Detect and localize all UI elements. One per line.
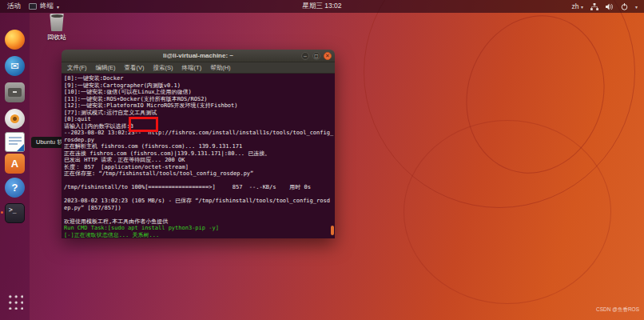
close-button[interactable]: ✕	[324, 52, 332, 60]
terminal-line: [8]:一键安装:Docker	[64, 75, 335, 82]
dock-item-help[interactable]: ?	[4, 177, 26, 198]
terminal-mini-icon	[29, 3, 37, 10]
ubuntu-software-icon: A	[5, 154, 25, 174]
terminal-output[interactable]: [8]:一键安装:Docker[9]:一键安装:Cartographer(内测版…	[62, 74, 335, 238]
terminal-menubar: 文件(F)编辑(E)查看(V)搜索(S)终端(T)帮助(H)	[62, 62, 335, 74]
help-icon: ?	[5, 178, 25, 198]
wallpaper-mascot-curve	[403, 120, 611, 304]
libreoffice-writer-icon	[5, 132, 25, 152]
terminal-line: 正在连接 fishros.com (fishros.com)|139.9.131…	[64, 150, 335, 158]
terminal-line	[64, 211, 335, 218]
top-bar: 活动 终端 ▾ 星期三 13:02 zh ▾ ▾	[0, 0, 644, 13]
menu-item-4[interactable]: 终端(T)	[182, 64, 202, 72]
activities-button[interactable]: 活动	[7, 2, 21, 11]
clock[interactable]: 星期三 13:02	[302, 0, 341, 13]
menu-item-5[interactable]: 帮助(H)	[210, 64, 230, 72]
terminal-line: 正在保存至: “/tmp/fishinstall/tools/tool_conf…	[64, 170, 335, 178]
dock-item-software-updater[interactable]	[4, 108, 26, 130]
terminal-line: 长度： 857 [application/octet-stream]	[64, 164, 335, 171]
focused-app-menu[interactable]: 终端 ▾	[29, 2, 59, 11]
input-method-indicator[interactable]: zh ▾	[572, 2, 583, 10]
menu-item-1[interactable]: 编辑(E)	[96, 64, 116, 72]
running-indicator-dot	[1, 211, 3, 214]
focused-app-name: 终端	[40, 2, 54, 11]
trash-icon	[50, 14, 65, 31]
terminal-scrollbar-thumb[interactable]	[331, 226, 334, 235]
watermark: CSDN @鱼香ROS	[596, 306, 639, 314]
terminal-line: [11]:一键安装:ROS+Docker(支持所有版本ROS/ROS2)	[64, 96, 335, 103]
dock-item-libreoffice-writer[interactable]	[4, 131, 26, 153]
terminal-line: 请输入[]内的数字以选择:3	[64, 123, 335, 130]
terminal-line: rosdep.py	[64, 137, 335, 144]
terminal-line: Run CMD Task:[sudo apt install python3-p…	[64, 225, 335, 232]
chevron-down-icon: ▾	[581, 5, 583, 10]
minimize-button[interactable]: –	[301, 52, 309, 60]
menu-item-2[interactable]: 查看(V)	[125, 64, 145, 72]
trash-desktop-icon[interactable]: 回收站	[39, 14, 74, 42]
terminal-line: 正在解析主机 fishros.com (fishros.com)... 139.…	[64, 143, 335, 150]
annotation-highlight-box	[129, 117, 158, 132]
maximize-button[interactable]: ◻	[312, 52, 320, 60]
show-applications-icon[interactable]	[6, 293, 23, 310]
dock-item-thunderbird[interactable]: ✉	[4, 55, 26, 77]
terminal-line: 欢迎使用模板工程,本工具由作者小鱼提供	[64, 218, 335, 226]
terminal-title: li@li-virtual-machine: ~	[163, 52, 233, 59]
chevron-down-icon: ▾	[57, 4, 59, 10]
terminal-line: --2023-08-02 13:02:23-- http://fishros.c…	[64, 130, 335, 137]
dock-item-firefox[interactable]	[4, 29, 26, 50]
input-method-label: zh	[572, 2, 579, 10]
wallpaper-mascot-curve	[364, 0, 635, 208]
wallpaper-mascot-curve	[446, 0, 624, 191]
terminal-line: [-]正在读取状态信息... 关系树...	[64, 232, 335, 239]
dock-item-files[interactable]	[4, 82, 26, 103]
terminal-line: [9]:一键安装:Cartographer(内测版v0.1)	[64, 82, 335, 90]
firefox-icon	[5, 30, 25, 50]
terminal-window: li@li-virtual-machine: ~ – ◻ ✕ 文件(F)编辑(E…	[62, 50, 335, 238]
network-icon[interactable]	[590, 3, 598, 10]
power-icon[interactable]	[621, 3, 628, 10]
terminal-icon: >_	[5, 203, 25, 223]
terminal-line: ep.py” [857/857])	[64, 205, 335, 212]
terminal-line: [77]:测试模式:运行自定义工具测试	[64, 110, 335, 117]
volume-icon[interactable]	[606, 3, 614, 10]
terminal-titlebar[interactable]: li@li-virtual-machine: ~ – ◻ ✕	[62, 50, 335, 62]
trash-label: 回收站	[39, 33, 74, 42]
terminal-line	[64, 178, 335, 185]
dock-item-ubuntu-software[interactable]: A	[4, 153, 26, 174]
dock-item-terminal[interactable]: >_	[4, 202, 26, 224]
terminal-line: 已发出 HTTP 请求，正在等待回应... 200 OK	[64, 157, 335, 164]
terminal-line: [10]:一键安装:微信(可以在Linux上使用的微信)	[64, 89, 335, 96]
terminal-line	[64, 191, 335, 198]
menu-item-0[interactable]: 文件(F)	[67, 64, 87, 72]
terminal-line: [12]:一键安装:PlateformIO MicroROS开发环境(支持Fis…	[64, 102, 335, 110]
menu-item-3[interactable]: 搜索(S)	[153, 64, 173, 72]
dock: ✉ A ? >_	[0, 13, 30, 320]
thunderbird-icon: ✉	[5, 56, 25, 76]
terminal-line: /tmp/fishinstall/to 100%[===============…	[64, 184, 335, 191]
terminal-line: [0]:quit	[64, 116, 335, 123]
terminal-line: 2023-08-02 13:02:23 (105 MB/s) - 已保存 “/t…	[64, 198, 335, 205]
chevron-down-icon[interactable]: ▾	[635, 4, 638, 10]
software-updater-icon	[5, 109, 25, 129]
files-icon	[5, 82, 25, 102]
